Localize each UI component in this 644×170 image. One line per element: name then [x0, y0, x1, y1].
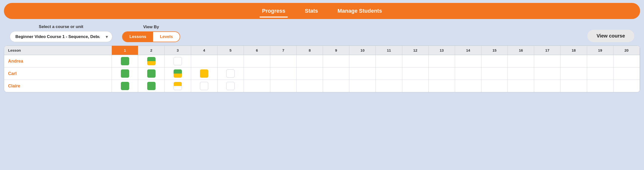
progress-cell[interactable]: [244, 80, 270, 92]
progress-cell[interactable]: [191, 55, 217, 68]
lessons-toggle-btn[interactable]: Lessons: [122, 32, 153, 42]
table-row: Carl: [4, 68, 640, 80]
progress-cell[interactable]: [296, 68, 323, 80]
lesson-num-1: 1: [112, 46, 138, 55]
progress-cell[interactable]: [455, 55, 481, 68]
progress-cell[interactable]: [376, 68, 402, 80]
lesson-num-3: 3: [164, 46, 191, 55]
progress-cell[interactable]: [613, 55, 640, 68]
progress-cell[interactable]: [270, 55, 296, 68]
progress-cell[interactable]: [244, 68, 270, 80]
course-select-wrapper: Beginner Video Course 1 - Sequence, Debu…: [10, 31, 112, 42]
progress-cell[interactable]: [482, 80, 508, 92]
lesson-num-11: 11: [376, 46, 402, 55]
progress-cell[interactable]: [112, 80, 138, 92]
table-header-row: Lesson 1 2 3 4 5 6 7 8 9 10 11 12 13 14 …: [4, 46, 640, 55]
progress-cell[interactable]: [455, 68, 481, 80]
progress-cell[interactable]: [587, 80, 613, 92]
lesson-num-18: 18: [560, 46, 587, 55]
lesson-num-12: 12: [402, 46, 428, 55]
progress-cell[interactable]: [217, 55, 244, 68]
lesson-num-6: 6: [244, 46, 270, 55]
lesson-num-20: 20: [613, 46, 640, 55]
progress-cell[interactable]: [112, 55, 138, 68]
progress-cell[interactable]: [587, 55, 613, 68]
progress-cell[interactable]: [296, 55, 323, 68]
progress-cell[interactable]: [323, 80, 349, 92]
progress-cell[interactable]: [534, 55, 560, 68]
course-select[interactable]: Beginner Video Course 1 - Sequence, Debu…: [10, 31, 112, 42]
lesson-col-header: Lesson: [4, 46, 112, 55]
progress-cell[interactable]: [428, 80, 455, 92]
lesson-num-17: 17: [534, 46, 560, 55]
progress-cell[interactable]: [534, 80, 560, 92]
student-name[interactable]: Andrea: [4, 55, 112, 68]
progress-cell[interactable]: [164, 80, 191, 92]
nav-progress[interactable]: Progress: [260, 6, 288, 16]
view-course-button[interactable]: View course: [587, 30, 634, 42]
progress-cell[interactable]: [349, 55, 376, 68]
progress-cell[interactable]: [482, 55, 508, 68]
lesson-num-14: 14: [455, 46, 481, 55]
progress-cell[interactable]: [270, 80, 296, 92]
nav-manage-students[interactable]: Manage Students: [335, 6, 384, 16]
lesson-num-5: 5: [217, 46, 244, 55]
progress-cell[interactable]: [164, 68, 191, 80]
progress-cell[interactable]: [323, 55, 349, 68]
progress-cell[interactable]: [217, 80, 244, 92]
progress-cell[interactable]: [560, 80, 587, 92]
progress-cell[interactable]: [428, 55, 455, 68]
progress-cell[interactable]: [138, 55, 164, 68]
progress-cell[interactable]: [560, 55, 587, 68]
toolbar: Select a course or unit Beginner Video C…: [0, 19, 644, 46]
progress-cell[interactable]: [402, 55, 428, 68]
progress-cell[interactable]: [587, 68, 613, 80]
lesson-num-16: 16: [508, 46, 534, 55]
student-name[interactable]: Carl: [4, 68, 112, 80]
progress-cell[interactable]: [560, 68, 587, 80]
table-row: Andrea: [4, 55, 640, 68]
view-by-group: View By Lessons Levels: [122, 25, 180, 42]
progress-cell[interactable]: [402, 80, 428, 92]
nav-stats[interactable]: Stats: [302, 6, 320, 16]
lesson-num-8: 8: [296, 46, 323, 55]
progress-cell[interactable]: [376, 55, 402, 68]
lesson-num-13: 13: [428, 46, 455, 55]
progress-cell[interactable]: [244, 55, 270, 68]
progress-cell[interactable]: [508, 68, 534, 80]
progress-cell[interactable]: [376, 80, 402, 92]
lesson-num-15: 15: [482, 46, 508, 55]
progress-cell[interactable]: [613, 80, 640, 92]
view-by-toggle: Lessons Levels: [122, 31, 180, 42]
progress-cell[interactable]: [164, 55, 191, 68]
progress-table: Lesson 1 2 3 4 5 6 7 8 9 10 11 12 13 14 …: [4, 46, 640, 92]
lesson-num-19: 19: [587, 46, 613, 55]
lesson-num-10: 10: [349, 46, 376, 55]
progress-cell[interactable]: [270, 68, 296, 80]
lesson-num-7: 7: [270, 46, 296, 55]
progress-cell[interactable]: [482, 68, 508, 80]
levels-toggle-btn[interactable]: Levels: [153, 32, 180, 42]
progress-cell[interactable]: [217, 68, 244, 80]
progress-cell[interactable]: [191, 68, 217, 80]
progress-cell[interactable]: [508, 55, 534, 68]
progress-cell[interactable]: [138, 68, 164, 80]
lesson-num-9: 9: [323, 46, 349, 55]
progress-cell[interactable]: [455, 80, 481, 92]
top-nav: Progress Stats Manage Students: [4, 3, 640, 19]
progress-cell[interactable]: [534, 68, 560, 80]
progress-cell[interactable]: [402, 68, 428, 80]
progress-cell[interactable]: [112, 68, 138, 80]
progress-cell[interactable]: [508, 80, 534, 92]
progress-cell[interactable]: [323, 68, 349, 80]
progress-cell[interactable]: [349, 68, 376, 80]
table-row: Claire: [4, 80, 640, 92]
progress-cell[interactable]: [191, 80, 217, 92]
progress-cell[interactable]: [138, 80, 164, 92]
student-name[interactable]: Claire: [4, 80, 112, 92]
progress-cell[interactable]: [613, 68, 640, 80]
progress-cell[interactable]: [428, 68, 455, 80]
progress-cell[interactable]: [296, 80, 323, 92]
progress-cell[interactable]: [349, 80, 376, 92]
course-select-group: Select a course or unit Beginner Video C…: [10, 24, 112, 42]
